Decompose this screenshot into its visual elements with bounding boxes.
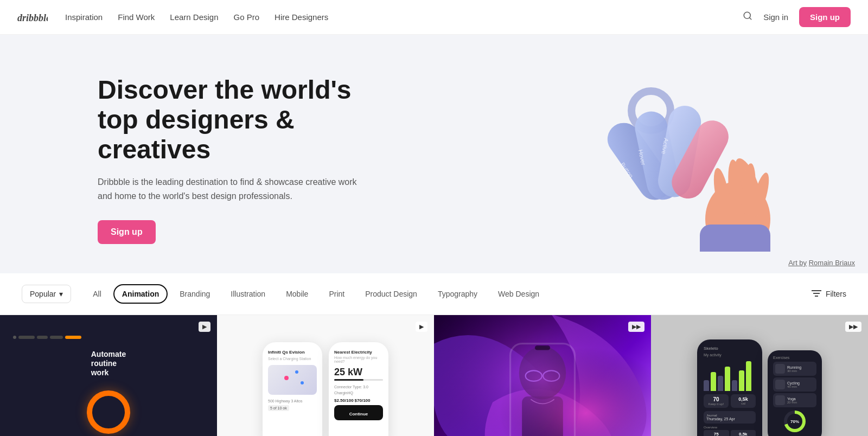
- hero-title: Discover the world's top designers & cre…: [98, 75, 380, 165]
- tab-web-design[interactable]: Web Design: [489, 284, 548, 304]
- tab-typography[interactable]: Typography: [429, 284, 486, 304]
- svg-line-2: [750, 17, 751, 19]
- svg-rect-28: [535, 345, 550, 350]
- svg-rect-17: [700, 225, 770, 252]
- sort-label: Popular: [30, 290, 56, 298]
- search-button[interactable]: [743, 11, 752, 23]
- shot-card-4[interactable]: Skeleto My activity 70 Keep it up!: [651, 315, 868, 436]
- filter-lines-icon: [812, 290, 821, 297]
- nav-go-pro[interactable]: Go Pro: [234, 12, 260, 22]
- filter-left: Popular ▾ All Animation Branding Illustr…: [22, 284, 548, 304]
- filter-bar: Popular ▾ All Animation Branding Illustr…: [0, 273, 868, 315]
- signin-button[interactable]: Sign in: [763, 12, 788, 22]
- navigation: dribbble Inspiration Find Work Learn Des…: [0, 0, 868, 35]
- hero-signup-button[interactable]: Sign up: [98, 220, 156, 244]
- svg-text:dribbble: dribbble: [17, 12, 48, 23]
- tab-animation[interactable]: Animation: [113, 284, 168, 304]
- shot-3-bg: [434, 315, 651, 436]
- shot-1-video-badge: ▶: [199, 322, 210, 332]
- shot-3-video-badge: ▶▶: [628, 322, 644, 332]
- hero-section: Discover the world's top designers & cre…: [0, 35, 868, 273]
- nav-hire-designers[interactable]: Hire Designers: [275, 12, 328, 22]
- nav-links: Inspiration Find Work Learn Design Go Pr…: [65, 12, 328, 22]
- tab-illustration[interactable]: Illustration: [222, 284, 274, 304]
- svg-rect-26: [434, 315, 651, 436]
- filters-label: Filters: [826, 290, 846, 298]
- shot-4-video-badge: ▶▶: [845, 322, 861, 332]
- nav-learn-design[interactable]: Learn Design: [170, 12, 218, 22]
- hero-image: Button Hover Active: [532, 67, 803, 252]
- shot-2-phone-1: Infiniti Qs Evision Select a Charging St…: [263, 342, 322, 436]
- shot-card-1[interactable]: Automateroutinework ▶ Play ▶: [0, 315, 217, 436]
- shot-card-3[interactable]: ▶▶: [434, 315, 651, 436]
- tab-print[interactable]: Print: [320, 284, 353, 304]
- dribbble-logo-svg: dribbble: [17, 11, 48, 24]
- art-credit: Art by Romain Briaux: [788, 259, 855, 267]
- shot-1-content: Automateroutinework ▶ Play: [0, 315, 217, 436]
- art-credit-link[interactable]: Romain Briaux: [809, 259, 855, 267]
- shot-1-nav: [13, 336, 81, 339]
- search-icon: [743, 11, 752, 21]
- nav-right: Sign in Sign up: [743, 7, 851, 27]
- hero-illustration: Button Hover Active: [542, 67, 792, 252]
- tab-all[interactable]: All: [84, 284, 110, 304]
- filters-button[interactable]: Filters: [812, 290, 846, 299]
- shot-3-content: [434, 315, 651, 436]
- shot-1-title: Automateroutinework: [91, 350, 126, 377]
- sort-chevron-icon: ▾: [59, 290, 63, 298]
- tab-mobile[interactable]: Mobile: [277, 284, 317, 304]
- shot-2-phone-2: Nearest Electricity How much energy do y…: [329, 342, 388, 436]
- nav-left: dribbble Inspiration Find Work Learn Des…: [17, 11, 328, 24]
- signup-button-nav[interactable]: Sign up: [799, 7, 851, 27]
- filter-tabs: All Animation Branding Illustration Mobi…: [84, 284, 548, 304]
- nav-find-work[interactable]: Find Work: [118, 12, 155, 22]
- sort-popular-button[interactable]: Popular ▾: [22, 285, 71, 303]
- shot-4-content: Skeleto My activity 70 Keep it up!: [651, 315, 868, 436]
- hero-subtitle: Dribbble is the leading destination to f…: [98, 175, 358, 203]
- shot-card-2[interactable]: Infiniti Qs Evision Select a Charging St…: [217, 315, 434, 436]
- shot-4-secondary-phone: Exercises Running 30 min Cycling 45 min: [768, 350, 822, 436]
- shot-1-ring: [87, 390, 130, 434]
- tab-branding[interactable]: Branding: [171, 284, 219, 304]
- nav-inspiration[interactable]: Inspiration: [65, 12, 103, 22]
- tab-product-design[interactable]: Product Design: [356, 284, 426, 304]
- filters-icon: [812, 290, 821, 299]
- shot-4-main-phone: Skeleto My activity 70 Keep it up!: [697, 339, 762, 436]
- shot-2-content: Infiniti Qs Evision Select a Charging St…: [217, 315, 434, 436]
- shots-grid: Automateroutinework ▶ Play ▶ Infiniti Qs…: [0, 315, 868, 436]
- logo[interactable]: dribbble: [17, 11, 48, 24]
- shot-2-video-badge: ▶: [416, 322, 427, 332]
- hero-text: Discover the world's top designers & cre…: [98, 75, 380, 245]
